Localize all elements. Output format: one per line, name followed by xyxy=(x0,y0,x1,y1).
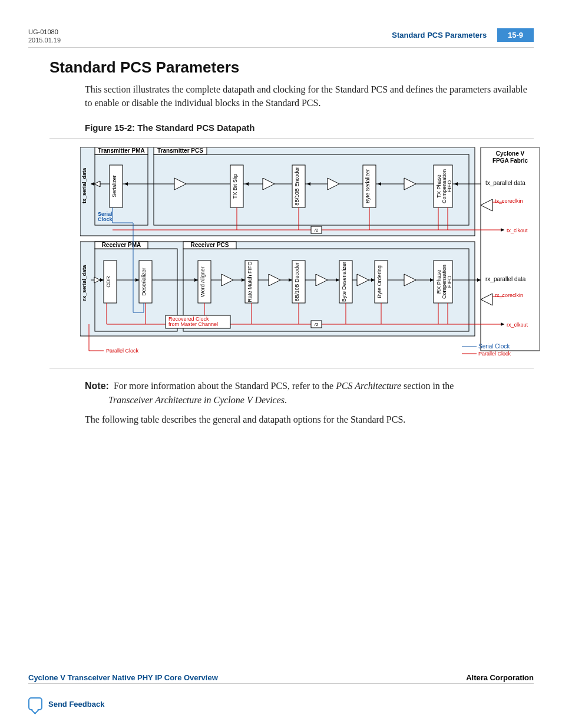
footer-left[interactable]: Cyclone V Transceiver Native PHY IP Core… xyxy=(28,673,218,682)
svg-text:Receiver PCS: Receiver PCS xyxy=(190,242,229,248)
svg-text:8B/10B Decoder: 8B/10B Decoder xyxy=(294,262,300,301)
header-right: Standard PCS Parameters 15-9 xyxy=(392,28,534,42)
figure-rule-bottom xyxy=(49,368,534,368)
svg-text:TX Bit Slip: TX Bit Slip xyxy=(232,174,238,199)
svg-text:Receiver PMA: Receiver PMA xyxy=(102,242,141,248)
rx-8b10b-decoder: 8B/10B Decoder xyxy=(292,261,305,303)
svg-marker-64 xyxy=(481,199,492,211)
svg-text:Serial Clock: Serial Clock xyxy=(478,343,510,350)
doc-date: 2015.01.19 xyxy=(28,37,61,44)
svg-marker-107 xyxy=(477,278,481,282)
svg-text:8B/10B Encoder: 8B/10B Encoder xyxy=(294,167,300,206)
rx-byte-ordering: Byte Ordering xyxy=(375,261,388,303)
svg-text:Cyclone V: Cyclone V xyxy=(496,150,525,157)
note-em-2: Transceiver Architecture in Cyclone V De… xyxy=(108,395,285,405)
svg-text:Rate Match FIFO: Rate Match FIFO xyxy=(247,262,253,302)
svg-text:rx_parallel data: rx_parallel data xyxy=(485,276,526,282)
svg-text:/2: /2 xyxy=(315,322,319,327)
svg-text:Byte Deserializer: Byte Deserializer xyxy=(341,262,347,302)
svg-text:/2: /2 xyxy=(315,228,319,233)
table-intro: The following table describes the genera… xyxy=(85,413,533,426)
header-rule xyxy=(28,47,534,48)
svg-text:Parallel Clock: Parallel Clock xyxy=(478,351,511,357)
standard-pcs-diagram: Cyclone V FPGA Fabric Transmitter PMA Tr… xyxy=(80,147,534,360)
doc-id: UG-01080 xyxy=(28,28,61,35)
footer-right: Altera Corporation xyxy=(466,673,534,682)
note-text-2: section in the xyxy=(401,381,454,391)
figure-rule xyxy=(49,139,534,139)
page-number: 15-9 xyxy=(497,28,534,42)
note-block: Note: For more information about the Sta… xyxy=(85,379,533,406)
note-em-1: PCS Architecture xyxy=(336,381,401,391)
svg-text:Transmitter PCS: Transmitter PCS xyxy=(157,147,203,154)
svg-text:Parallel Clock: Parallel Clock xyxy=(106,348,139,354)
svg-rect-0 xyxy=(80,147,475,236)
tx-serializer: Serializer xyxy=(110,165,123,207)
rx-phase-comp-fifo: RX Phase Compensation FIFO xyxy=(434,261,452,303)
svg-marker-132 xyxy=(481,294,492,305)
svg-text:Word Aligner: Word Aligner xyxy=(200,267,206,297)
page-header: UG-01080 2015.01.19 Standard PCS Paramet… xyxy=(28,28,534,44)
svg-text:tx_parallel data: tx_parallel data xyxy=(485,180,525,186)
note-text-3: . xyxy=(285,395,287,405)
svg-text:rx_coreclkin: rx_coreclkin xyxy=(495,292,523,298)
rx-deserializer: Deserializer xyxy=(139,261,152,303)
svg-marker-67 xyxy=(501,228,504,232)
rx-rate-match-fifo: Rate Match FIFO xyxy=(245,261,258,303)
svg-marker-136 xyxy=(501,322,504,326)
rx-byte-deserializer: Byte Deserializer xyxy=(339,261,352,303)
svg-text:Transmitter PMA: Transmitter PMA xyxy=(98,147,144,154)
svg-text:tx_clkout: tx_clkout xyxy=(507,228,528,233)
page-footer: Cyclone V Transceiver Native PHY IP Core… xyxy=(28,682,534,710)
note-label: Note: xyxy=(85,381,109,391)
svg-text:rx_clkout: rx_clkout xyxy=(507,322,528,328)
svg-rect-4 xyxy=(481,147,540,351)
rx-cdr: CDR xyxy=(104,261,117,303)
tx-phase-comp-fifo: TX Phase Compensation FIFO xyxy=(434,165,452,207)
feedback-icon xyxy=(28,697,42,710)
note-text-1: For more information about the Standard … xyxy=(114,381,336,391)
feedback-label: Send Feedback xyxy=(48,700,104,709)
svg-text:Deserializer: Deserializer xyxy=(141,268,147,297)
tx-bit-slip: TX Bit Slip xyxy=(230,165,243,207)
svg-text:CDR: CDR xyxy=(105,276,111,288)
svg-text:Byte Ordering: Byte Ordering xyxy=(376,266,382,299)
svg-text:Serializer: Serializer xyxy=(111,176,117,198)
header-title: Standard PCS Parameters xyxy=(392,31,487,39)
svg-text:FIFO: FIFO xyxy=(447,276,452,288)
tx-8b10b-encoder: 8B/10B Encoder xyxy=(292,165,305,207)
send-feedback-link[interactable]: Send Feedback xyxy=(28,697,534,710)
section-heading: Standard PCS Parameters xyxy=(49,58,534,77)
svg-text:rx_serial_data: rx_serial_data xyxy=(81,265,87,301)
intro-text: This section illustrates the complete da… xyxy=(85,83,533,110)
svg-text:FPGA Fabric: FPGA Fabric xyxy=(492,157,528,164)
svg-text:tx_coreclkin: tx_coreclkin xyxy=(495,198,523,204)
svg-text:FIFO: FIFO xyxy=(447,180,452,193)
svg-text:from Master Channel: from Master Channel xyxy=(168,321,218,327)
rx-word-aligner: Word Aligner xyxy=(198,261,211,303)
tx-byte-serializer: Byte Serializer xyxy=(363,165,376,207)
svg-text:Byte Serializer: Byte Serializer xyxy=(365,169,371,203)
svg-text:Clock: Clock xyxy=(98,216,113,222)
figure-caption: Figure 15-2: The Standard PCS Datapath xyxy=(85,123,534,133)
svg-text:tx_serial_data: tx_serial_data xyxy=(81,167,87,203)
